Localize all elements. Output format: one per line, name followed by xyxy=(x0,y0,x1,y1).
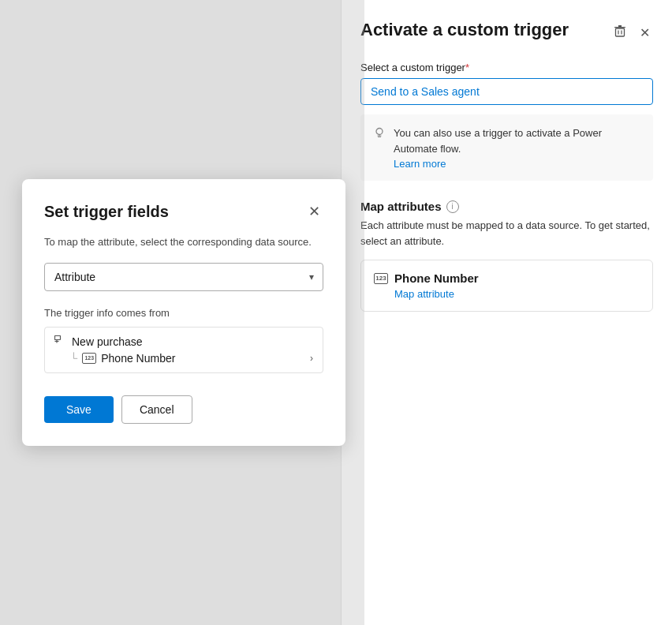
save-button[interactable]: Save xyxy=(44,396,114,423)
close-panel-button[interactable]: ✕ xyxy=(637,24,653,42)
new-purchase-icon xyxy=(54,335,67,349)
map-attribute-link[interactable]: Map attribute xyxy=(394,288,640,300)
dialog-description: To map the attribute, select the corresp… xyxy=(44,234,323,250)
dialog-title: Set trigger fields xyxy=(44,203,169,221)
attribute-name: Phone Number xyxy=(394,271,479,285)
trigger-info-label: The trigger info comes from xyxy=(44,307,323,319)
lightbulb-icon xyxy=(373,126,386,142)
panel-header-icons: ✕ xyxy=(610,22,653,43)
svg-rect-0 xyxy=(614,27,625,28)
custom-trigger-input[interactable] xyxy=(360,78,653,105)
tree-chevron-icon: › xyxy=(310,353,313,364)
set-trigger-fields-dialog: Set trigger fields ✕ To map the attribut… xyxy=(22,179,345,446)
tree-parent-row: New purchase xyxy=(54,335,313,349)
dialog-header: Set trigger fields ✕ xyxy=(44,201,323,222)
attribute-dropdown[interactable]: Attribute xyxy=(44,263,323,291)
cancel-button[interactable]: Cancel xyxy=(121,395,192,424)
svg-point-4 xyxy=(376,129,383,135)
map-attributes-title: Map attributes xyxy=(360,200,442,213)
dialog-overlay: Set trigger fields ✕ To map the attribut… xyxy=(0,0,364,625)
tree-parent-label: New purchase xyxy=(72,335,143,348)
tree-branch-icon: └ xyxy=(70,352,77,364)
tree-child-label: Phone Number xyxy=(101,352,175,365)
trigger-tree: New purchase └ 123 Phone Number › xyxy=(44,327,323,373)
svg-rect-1 xyxy=(616,28,625,36)
learn-more-link[interactable]: Learn more xyxy=(394,158,640,170)
attribute-card: 123 Phone Number Map attribute xyxy=(360,260,653,312)
delete-button[interactable] xyxy=(610,22,630,43)
attribute-card-header: 123 Phone Number xyxy=(374,271,640,285)
info-box: You can also use a trigger to activate a… xyxy=(360,114,653,181)
map-attributes-header: Map attributes i xyxy=(360,200,653,213)
attribute-dropdown-wrapper: Attribute ▾ xyxy=(44,263,323,291)
phone-number-child-icon: 123 xyxy=(82,353,96,364)
phone-number-type-icon: 123 xyxy=(374,273,388,284)
map-attributes-desc: Each attribute must be mapped to a data … xyxy=(360,218,653,249)
tree-child-row[interactable]: └ 123 Phone Number › xyxy=(54,352,313,365)
info-box-text: You can also use a trigger to activate a… xyxy=(394,125,640,156)
panel-title: Activate a custom trigger xyxy=(360,19,569,42)
trigger-section-label: Select a custom trigger* xyxy=(360,62,653,73)
panel-header: Activate a custom trigger ✕ xyxy=(360,19,653,43)
map-attributes-info-icon[interactable]: i xyxy=(446,200,459,213)
info-box-content: You can also use a trigger to activate a… xyxy=(394,125,640,170)
close-dialog-button[interactable]: ✕ xyxy=(305,201,323,222)
right-panel: Activate a custom trigger ✕ Select a cus… xyxy=(341,0,672,625)
tree-child-inner: └ 123 Phone Number xyxy=(70,352,175,365)
dialog-footer: Save Cancel xyxy=(44,395,323,424)
svg-rect-6 xyxy=(55,335,61,339)
